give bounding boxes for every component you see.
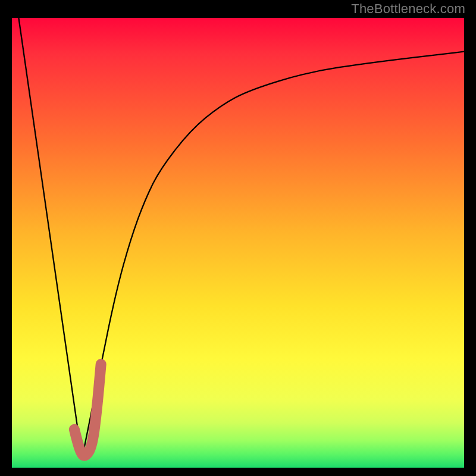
curves-svg <box>12 18 464 468</box>
watermark-text: TheBottleneck.com <box>351 1 465 17</box>
outer-frame: TheBottleneck.com <box>0 0 476 476</box>
plot-area <box>12 18 464 468</box>
curve-full <box>18 18 464 459</box>
highlight-j <box>74 364 101 455</box>
